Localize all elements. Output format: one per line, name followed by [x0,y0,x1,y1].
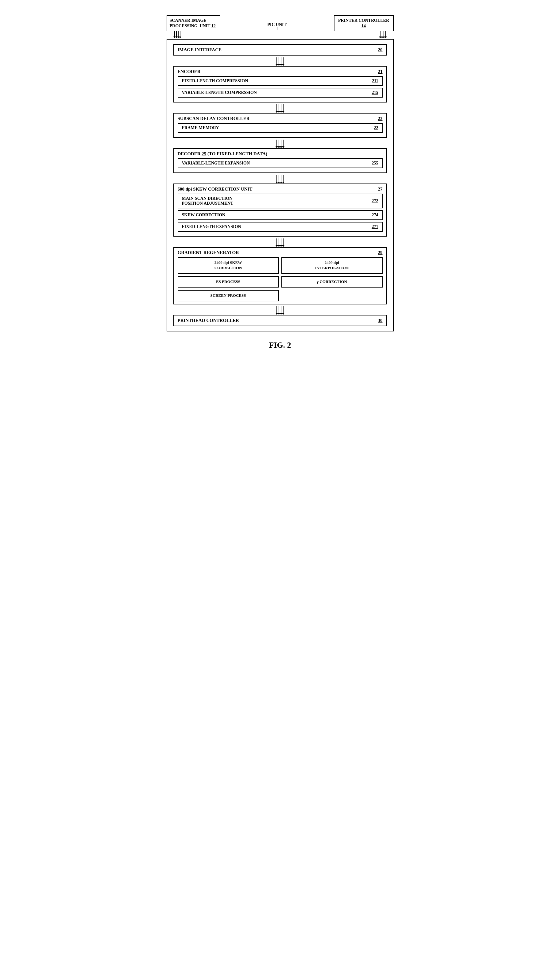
printhead-controller-num: 30 [378,318,383,323]
subscan-label: SUBSCAN DELAY CONTROLLER [178,116,250,121]
image-interface-block: IMAGE INTERFACE 20 [174,44,387,56]
gamma-correction-label: γ CORRECTION [317,279,347,284]
encoder-label: ENCODER [178,69,201,74]
es-process-block: ES PROCESS [178,276,279,288]
printer-num: 14 [361,23,366,28]
arrow-after-decoder [174,175,387,182]
ca-line-5 [277,104,277,111]
right-arrow-4 [385,31,386,37]
pic-unit-text: PIC UNIT [267,22,286,27]
gradient-regenerator-label: GRADIENT REGENERATOR [178,250,239,255]
ca-line-1 [277,57,277,64]
fixed-length-expansion-label: FIXED-LENGTH EXPANSION [182,224,241,229]
printer-label: PRINTER CONTROLLER14 [338,18,389,28]
right-input-arrows [380,31,386,39]
fixed-length-compression-num: 211 [372,78,378,83]
decoder-label: DECODER 25 (TO FIXED-LENGTH DATA) [178,151,267,157]
frame-memory-num: 22 [374,125,379,130]
ca-line-16 [283,175,283,182]
right-arrow-3 [383,31,384,37]
arrow-after-subscan [174,139,387,146]
frame-memory-block: FRAME MEMORY 22 [178,123,383,133]
figure-label: FIG. 2 [167,341,394,350]
ca-line-8 [283,104,283,111]
gradient-inner-grid: 2400 dpi SKEWCORRECTION 2400 dpiINTERPOL… [178,257,383,301]
skew-unit-num: 27 [378,186,383,192]
subscan-block: SUBSCAN DELAY CONTROLLER 23 FRAME MEMORY… [174,113,387,138]
skew-unit-label: 600 dpi SKEW CORRECTION UNIT [178,186,253,192]
skew-2400-block: 2400 dpi SKEWCORRECTION [178,257,279,274]
main-border: IMAGE INTERFACE 20 ENCODER 21 FIXED-LENG… [167,39,394,332]
top-floating-boxes: SCANNER IMAGEPROCESSING UNIT 12 PIC UNIT… [167,15,394,31]
subscan-title: SUBSCAN DELAY CONTROLLER 23 [178,116,383,121]
left-input-arrows [174,31,180,39]
ca-line-3 [281,57,282,64]
diagram-container: SCANNER IMAGEPROCESSING UNIT 12 PIC UNIT… [167,15,394,350]
right-arrow-2 [382,31,382,37]
ca-line-6 [278,104,279,111]
encoder-block: ENCODER 21 FIXED-LENGTH COMPRESSION 211 … [174,66,387,102]
arrow-after-image-interface [174,57,387,64]
scanner-label: SCANNER IMAGEPROCESSING UNIT 12 [170,18,216,28]
top-connector-row [167,31,394,39]
left-arrow-4 [180,31,180,37]
scanner-num: 12 [211,23,216,28]
printhead-controller-title: PRINTHEAD CONTROLLER 30 [178,318,383,323]
interpolation-2400-block: 2400 dpiINTERPOLATION [282,257,383,274]
variable-length-expansion-block: VARIABLE-LENGTH EXPANSION 255 [178,158,383,168]
decoder-block: DECODER 25 (TO FIXED-LENGTH DATA) VARIAB… [174,148,387,173]
screen-process-block: SCREEN PROCESS [178,290,279,301]
variable-length-expansion-label: VARIABLE-LENGTH EXPANSION [182,161,250,166]
main-scan-direction-block: MAIN SCAN DIRECTIONPOSITION ADJUSTMENT 2… [178,194,383,208]
image-interface-title: IMAGE INTERFACE 20 [178,47,383,52]
screen-process-label: SCREEN PROCESS [211,293,246,297]
ca-line-24 [283,306,283,313]
es-process-label: ES PROCESS [216,279,240,284]
skew-unit-block: 600 dpi SKEW CORRECTION UNIT 27 MAIN SCA… [174,183,387,236]
ca-line-17 [277,238,277,245]
fixed-length-expansion-num: 271 [372,224,379,229]
ca-line-14 [278,175,279,182]
encoder-num: 21 [378,69,383,74]
ca-line-23 [281,306,282,313]
frame-memory-label: FRAME MEMORY [182,125,219,130]
ca-line-18 [278,238,279,245]
subscan-num: 23 [378,116,383,121]
left-arrow-1 [174,31,175,37]
variable-length-expansion-num: 255 [372,161,379,166]
arrow-after-skew [174,238,387,245]
ca-line-15 [281,175,282,182]
ca-line-19 [281,238,282,245]
gamma-correction-block: γ CORRECTION [282,276,383,288]
left-arrow-3 [178,31,178,37]
figure-title-text: FIG. 2 [269,341,291,349]
page: SCANNER IMAGEPROCESSING UNIT 12 PIC UNIT… [154,6,406,359]
gradient-regenerator-title: GRADIENT REGENERATOR 29 [178,250,383,255]
ca-line-12 [283,139,283,146]
ca-line-7 [281,104,282,111]
main-scan-direction-label: MAIN SCAN DIRECTIONPOSITION ADJUSTMENT [182,196,233,206]
ca-line-9 [277,139,277,146]
variable-length-compression-num: 215 [372,90,379,95]
gradient-regenerator-num: 29 [378,250,383,255]
left-arrow-2 [176,31,177,37]
encoder-title: ENCODER 21 [178,69,383,74]
variable-length-compression-label: VARIABLE-LENGTH COMPRESSION [182,90,257,95]
interpolation-2400-label: 2400 dpiINTERPOLATION [315,260,349,270]
ca-line-20 [283,238,283,245]
decoder-num: 25 [202,151,206,156]
pic-unit-label: PIC UNIT [267,22,286,31]
skew-unit-title: 600 dpi SKEW CORRECTION UNIT 27 [178,186,383,192]
skew-2400-label: 2400 dpi SKEWCORRECTION [214,260,242,270]
ca-line-11 [281,139,282,146]
arrow-after-encoder [174,104,387,111]
skew-correction-block: SKEW CORRECTION 274 [178,210,383,220]
variable-length-compression-block: VARIABLE-LENGTH COMPRESSION 215 [178,88,383,98]
ca-line-13 [277,175,277,182]
right-arrow-1 [380,31,380,37]
main-scan-direction-num: 272 [372,199,379,204]
decoder-title: DECODER 25 (TO FIXED-LENGTH DATA) [178,151,383,157]
image-interface-num: 20 [378,47,383,52]
printhead-controller-label: PRINTHEAD CONTROLLER [178,318,239,323]
skew-correction-label: SKEW CORRECTION [182,213,225,218]
